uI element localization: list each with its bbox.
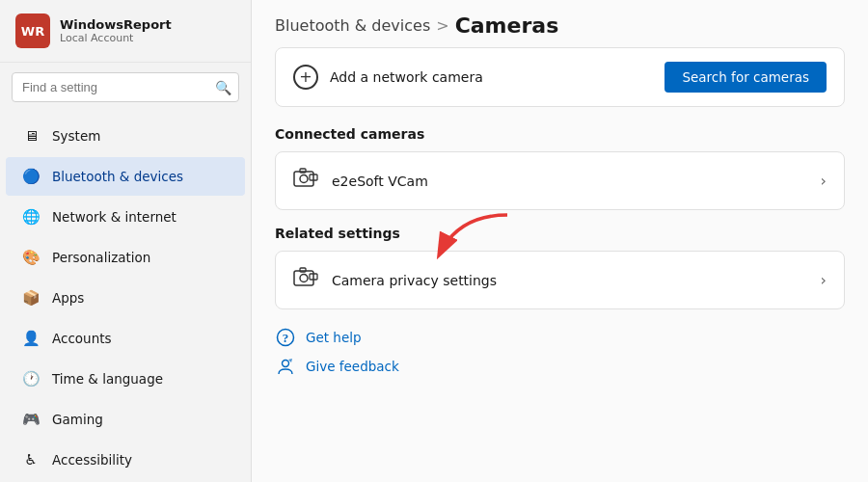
camera-list-item[interactable]: e2eSoft VCam › [275, 151, 845, 210]
feedback-icon [275, 356, 296, 377]
svg-rect-1 [294, 172, 313, 186]
camera-privacy-icon [293, 267, 318, 293]
add-circle-icon: + [293, 65, 318, 90]
connected-cameras-title: Connected cameras [275, 126, 845, 142]
sidebar-item-personalization[interactable]: 🎨 Personalization [6, 238, 245, 277]
related-settings-title: Related settings [275, 226, 845, 241]
add-camera-left: + Add a network camera [293, 65, 483, 90]
sidebar-item-label: Bluetooth & devices [52, 169, 183, 184]
sidebar-item-label: System [52, 128, 100, 144]
gaming-icon: 🎮 [21, 410, 41, 429]
sidebar-item-system[interactable]: 🖥 System [6, 117, 245, 155]
give-feedback-link[interactable]: Give feedback [275, 356, 845, 377]
sidebar-nav: 🖥 System 🔵 Bluetooth & devices 🌐 Network… [0, 112, 251, 482]
sidebar-header-text: WindowsReport Local Account [60, 17, 172, 44]
accessibility-icon: ♿ [21, 450, 41, 469]
app-logo: WR [15, 13, 50, 48]
sidebar-item-label: Personalization [52, 250, 150, 265]
related-settings-section: Related settings Camera privacy settings… [275, 226, 845, 309]
time-icon: 🕐 [21, 369, 41, 388]
sidebar-item-label: Time & language [52, 371, 163, 387]
help-icon: ? [275, 327, 296, 348]
svg-point-6 [300, 275, 308, 282]
sidebar-item-accessibility[interactable]: ♿ Accessibility [6, 441, 245, 479]
footer-links: ? Get help Give feedback [275, 327, 845, 377]
sidebar: WR WindowsReport Local Account 🔍 🖥 Syste… [0, 0, 252, 482]
sidebar-header: WR WindowsReport Local Account [0, 0, 251, 63]
sidebar-item-label: Network & internet [52, 209, 176, 225]
get-help-label: Get help [306, 330, 362, 345]
privacy-settings-name: Camera privacy settings [332, 273, 497, 288]
sidebar-item-accounts[interactable]: 👤 Accounts [6, 319, 245, 358]
chevron-right-icon-privacy: › [821, 271, 827, 289]
sidebar-item-time[interactable]: 🕐 Time & language [6, 360, 245, 398]
sidebar-item-label: Gaming [52, 412, 103, 427]
svg-point-2 [300, 175, 308, 183]
svg-rect-5 [294, 271, 313, 285]
search-input[interactable] [12, 72, 239, 102]
main-content: Bluetooth & devices > Cameras + Add a ne… [252, 0, 868, 482]
sidebar-item-label: Accounts [52, 331, 112, 346]
search-icon: 🔍 [215, 80, 231, 95]
sidebar-item-apps[interactable]: 📦 Apps [6, 279, 245, 317]
sidebar-item-bluetooth[interactable]: 🔵 Bluetooth & devices [6, 157, 245, 196]
accounts-icon: 👤 [21, 329, 41, 348]
system-icon: 🖥 [21, 126, 41, 146]
network-icon: 🌐 [21, 207, 41, 227]
give-feedback-label: Give feedback [306, 359, 399, 374]
svg-rect-3 [300, 169, 306, 173]
breadcrumb-separator: > [436, 16, 448, 35]
svg-text:?: ? [283, 331, 289, 345]
get-help-link[interactable]: ? Get help [275, 327, 845, 348]
add-camera-card[interactable]: + Add a network camera Search for camera… [275, 47, 845, 107]
privacy-item-left: Camera privacy settings [293, 267, 497, 293]
svg-rect-7 [300, 268, 306, 272]
breadcrumb: Bluetooth & devices > Cameras [252, 0, 868, 47]
camera-item-left: e2eSoft VCam [293, 168, 428, 194]
breadcrumb-current: Cameras [455, 13, 559, 38]
app-account: Local Account [60, 32, 172, 44]
search-bar[interactable]: 🔍 [12, 72, 239, 102]
bluetooth-icon: 🔵 [21, 167, 41, 186]
apps-icon: 📦 [21, 288, 41, 308]
personalization-icon: 🎨 [21, 248, 41, 267]
breadcrumb-parent: Bluetooth & devices [275, 16, 430, 35]
sidebar-item-gaming[interactable]: 🎮 Gaming [6, 400, 245, 439]
add-camera-label: Add a network camera [330, 69, 483, 85]
sidebar-item-label: Accessibility [52, 452, 132, 468]
camera-icon [293, 168, 318, 194]
svg-point-11 [283, 361, 289, 367]
sidebar-item-label: Apps [52, 290, 84, 306]
app-name: WindowsReport [60, 17, 172, 32]
privacy-settings-item[interactable]: Camera privacy settings › [275, 251, 845, 309]
camera-name: e2eSoft VCam [332, 174, 428, 189]
search-cameras-button[interactable]: Search for cameras [665, 62, 827, 93]
content-area: + Add a network camera Search for camera… [252, 47, 868, 482]
sidebar-item-network[interactable]: 🌐 Network & internet [6, 198, 245, 236]
chevron-right-icon: › [821, 172, 827, 190]
